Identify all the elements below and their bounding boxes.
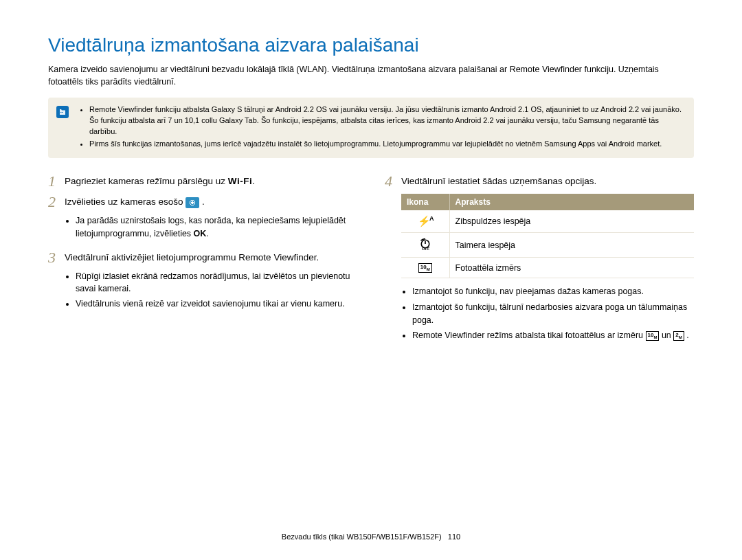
step-4-text: Viedtālrunī iestatiet šādas uzņemšanas o… [401, 173, 596, 188]
options-table: Ikona Apraksts ⚡A Zibspuldzes iespēja OF… [401, 194, 694, 278]
right-bullet-3c: . [686, 331, 688, 340]
svg-rect-1 [62, 112, 63, 113]
row-timer-desc: Taimera iespēja [449, 233, 694, 258]
page-footer: Bezvadu tīkls (tikai WB150F/WB151F/WB152… [0, 533, 742, 541]
note-bullet-1: Remote Viewfinder funkciju atbalsta Gala… [89, 104, 686, 137]
note-bullet-2: Pirms šīs funkcijas izmantošanas, jums i… [89, 139, 686, 150]
step-2-sub-1b: . [206, 229, 208, 238]
step-3: 3 Viedtālrunī aktivizējiet lietojumprogr… [48, 249, 357, 266]
size-10m-icon: 10M [646, 331, 660, 341]
step-2: 2 Izvēlieties uz kameras esošo . [48, 194, 357, 210]
flash-icon: ⚡A [401, 210, 449, 233]
right-bullet-3: Remote Viewfinder režīms atbalsta tikai … [412, 329, 694, 342]
right-column: 4 Viedtālrunī iestatiet šādas uzņemšanas… [385, 173, 694, 345]
note-box: Remote Viewfinder funkciju atbalsta Gala… [48, 98, 694, 158]
left-column: 1 Pagrieziet kameras režīmu pārslēgu uz … [48, 173, 357, 345]
step-2-sub-1: Ja parādās uznirstošais logs, kas norāda… [76, 214, 357, 239]
page-title: Viedtālruņa izmantošana aizvara palaišan… [48, 34, 694, 56]
footer-text: Bezvadu tīkls (tikai WB150F/WB151F/WB152… [282, 533, 442, 541]
intro-text: Kamera izveido savienojumu ar viedtālrun… [48, 63, 694, 88]
svg-text:OFF: OFF [422, 247, 430, 250]
svg-rect-0 [60, 112, 62, 113]
step-number-2: 2 [48, 194, 65, 210]
step-2-end: . [202, 197, 205, 207]
size-icon: 10M [401, 258, 449, 278]
info-icon [56, 106, 69, 118]
th-icon: Ikona [401, 194, 449, 210]
wifi-label: Wi-Fi [228, 176, 252, 186]
step-number-4: 4 [385, 173, 401, 190]
step-4: 4 Viedtālrunī iestatiet šādas uzņemšanas… [385, 173, 694, 190]
th-desc: Apraksts [449, 194, 694, 210]
remote-viewfinder-icon [186, 197, 199, 208]
step-3-text: Viedtālrunī aktivizējiet lietojumprogram… [65, 249, 319, 265]
row-size-desc: Fotoattēla izmērs [449, 258, 694, 278]
right-bullet-1: Izmantojot šo funkciju, nav pieejamas da… [412, 285, 694, 298]
timer-icon: OFF [401, 233, 449, 258]
ok-label: OK [194, 229, 207, 238]
step-2-text: Izvēlieties uz kameras esošo [65, 197, 186, 207]
step-1-end: . [252, 176, 255, 186]
step-3-sub-2: Viedtālrunis vienā reizē var izveidot sa… [76, 298, 357, 310]
step-1-text: Pagrieziet kameras režīmu pārslēgu uz [65, 176, 228, 186]
step-3-sub-1: Rūpīgi izlasiet ekrānā redzamos norādīju… [76, 270, 357, 295]
step-1: 1 Pagrieziet kameras režīmu pārslēgu uz … [48, 173, 357, 190]
step-2-sub-1a: Ja parādās uznirstošais logs, kas norāda… [76, 216, 346, 238]
row-flash-desc: Zibspuldzes iespēja [449, 210, 694, 233]
page-number: 110 [448, 533, 460, 541]
right-bullet-3a: Remote Viewfinder režīms atbalsta tikai … [412, 331, 646, 340]
size-2m-icon: 2M [673, 331, 684, 341]
step-number-3: 3 [48, 249, 65, 266]
right-bullet-2: Izmantojot šo funkciju, tālrunī nedarbos… [412, 301, 694, 327]
right-bullet-3b: un [662, 331, 673, 340]
step-number-1: 1 [48, 173, 65, 190]
